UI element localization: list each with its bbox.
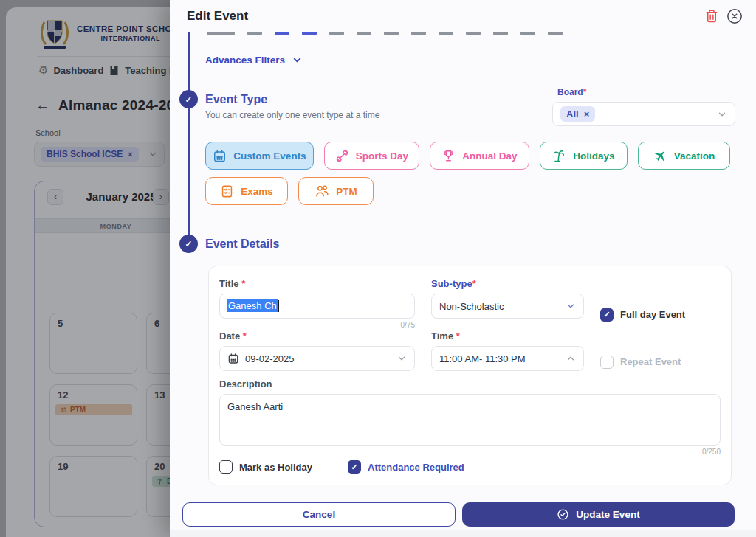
exam-checklist-icon [220,184,234,198]
event-type-exams[interactable]: Exams [205,177,288,205]
event-details-form: Title * Ganesh Ch 0/75 Sub-type* Non-Sch… [208,266,732,485]
delete-event-button[interactable] [703,7,721,25]
trash-icon [705,9,718,24]
mark-holiday-checkbox-row[interactable]: Mark as Holiday [219,460,312,474]
mark-holiday-checkbox[interactable] [219,460,233,474]
attendance-checkbox[interactable] [348,460,361,474]
repeat-event-checkbox-row[interactable]: Repeat Event [600,353,681,371]
trophy-icon [441,149,456,163]
full-day-checkbox[interactable] [600,308,614,322]
board-select[interactable]: All × [552,102,735,126]
description-counter: 0/250 [219,448,721,456]
modal-header: Edit Event [170,0,756,32]
chevron-down-icon [292,55,303,66]
time-select[interactable]: 11:00 AM- 11:30 PM [431,346,584,371]
chevron-down-icon [717,109,727,119]
event-type-holidays[interactable]: Holidays [540,142,628,170]
title-label: Title * [219,278,415,289]
cancel-button[interactable]: Cancel [182,502,456,527]
event-details-heading: Event Details [205,238,279,251]
people-icon [315,184,329,198]
description-label: Description [219,378,721,389]
modal-title: Edit Event [187,9,248,24]
subtype-select[interactable]: Non-Scholastic [431,294,584,319]
stepper-line [188,32,190,244]
event-type-buttons-row1: Custom Events Sports Day Annual Day Holi… [205,142,730,170]
scrolled-cutoff-chips [207,32,563,35]
title-counter: 0/75 [219,321,415,329]
event-type-ptm[interactable]: PTM [298,177,374,205]
text-cursor [278,300,280,312]
check-circle-icon [557,508,569,521]
selected-text: Ganesh Ch [227,299,278,312]
event-type-vacation[interactable]: Vacation [638,142,730,170]
attendance-checkbox-row[interactable]: Attendance Required [348,460,464,474]
calendar-icon [227,353,239,364]
calendar-icon [213,149,227,163]
event-type-subtitle: You can create only one event type at a … [205,110,379,120]
full-day-checkbox-row[interactable]: Full day Event [600,300,685,329]
description-textarea[interactable]: Ganesh Aarti [219,394,721,446]
repeat-event-checkbox[interactable] [600,356,614,369]
date-label: Date * [219,330,415,342]
event-type-annual-day[interactable]: Annual Day [430,142,529,170]
close-button[interactable] [726,7,743,25]
chevron-down-icon [396,353,407,364]
chip-close-icon[interactable]: × [584,108,590,119]
event-type-custom-events[interactable]: Custom Events [205,142,314,170]
advanced-filters-toggle[interactable]: Advances Filters [205,55,303,66]
chevron-up-icon [566,353,576,364]
step-check-icon [179,235,198,253]
step-check-icon [179,90,198,108]
close-icon [726,8,743,24]
edit-event-modal: Edit Event Advances Filters Event Type Y… [170,0,756,537]
dumbbell-icon [335,149,349,163]
plane-icon [653,149,667,163]
subtype-label: Sub-type* [431,278,584,289]
event-type-sports-day[interactable]: Sports Day [324,142,419,170]
chevron-down-icon [566,301,576,311]
update-event-button[interactable]: Update Event [462,502,735,527]
event-type-heading: Event Type [205,93,267,106]
event-type-buttons-row2: Exams PTM [205,177,374,205]
time-label: Time * [431,330,584,342]
board-chip-all[interactable]: All × [560,106,595,122]
palm-tree-icon [552,149,566,163]
modal-bottom-strip [170,530,756,537]
date-picker[interactable]: 09-02-2025 [219,346,415,371]
board-label: Board* [557,87,586,97]
title-input[interactable]: Ganesh Ch [219,294,415,319]
